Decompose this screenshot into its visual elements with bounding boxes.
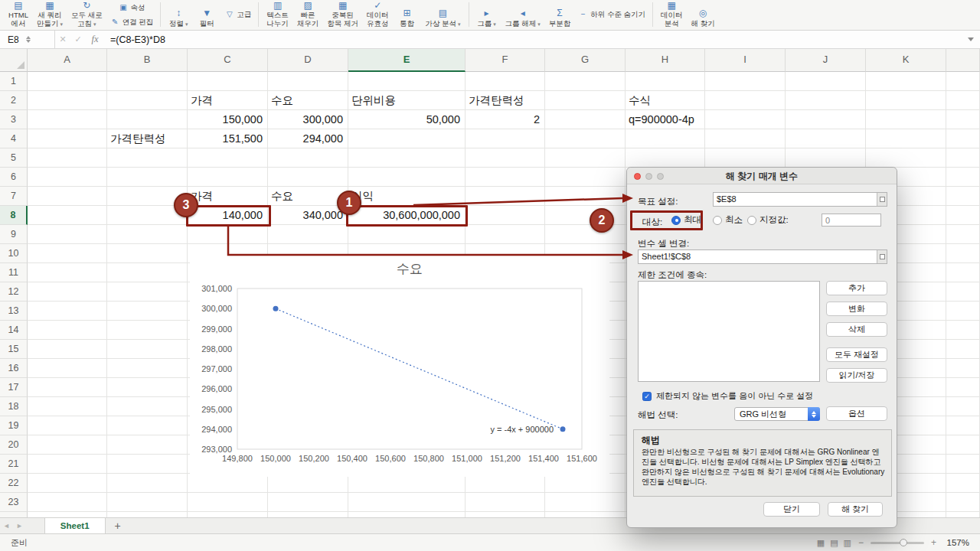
cell-A12[interactable] xyxy=(28,282,107,302)
cell-A17[interactable] xyxy=(28,378,107,397)
formula-input[interactable]: =(C8-E3)*D8 xyxy=(110,34,165,45)
cell-E1[interactable] xyxy=(348,72,466,91)
ribbon-refresh-all-button[interactable]: ↻모두 새로고침▾ xyxy=(67,0,106,28)
cell-B14[interactable] xyxy=(107,321,188,340)
cell-A22[interactable] xyxy=(28,474,107,493)
ribbon-filter-button[interactable]: ▼필터 xyxy=(193,0,220,28)
change-constraint-button[interactable]: 변화 xyxy=(826,302,887,316)
objective-input[interactable]: $E$8 xyxy=(713,192,887,207)
cell-H4[interactable] xyxy=(626,129,705,148)
column-header-J[interactable]: J xyxy=(786,49,866,72)
cell-G5[interactable] xyxy=(545,148,626,168)
radio-min[interactable]: 최소 xyxy=(713,214,743,226)
cell-D5[interactable] xyxy=(268,148,348,168)
radio-value-of[interactable]: 지정값: xyxy=(747,214,789,226)
cell-A9[interactable] xyxy=(28,225,107,244)
cell-E3[interactable]: 50,000 xyxy=(348,110,466,129)
zoom-slider-thumb[interactable] xyxy=(900,539,907,546)
ribbon-data-validation-button[interactable]: ✓데이터유효성 xyxy=(363,0,393,28)
cell-E5[interactable] xyxy=(348,148,466,168)
row-header-17[interactable]: 17 xyxy=(0,378,28,397)
cell-E4[interactable] xyxy=(348,129,466,148)
cell-D23[interactable] xyxy=(268,493,348,512)
cell-B18[interactable] xyxy=(107,397,188,416)
load-save-button[interactable]: 읽기/저장 xyxy=(826,368,887,383)
options-button[interactable]: 옵션 xyxy=(826,406,887,421)
row-header-10[interactable]: 10 xyxy=(0,244,28,263)
cell-E7[interactable]: 이익 xyxy=(348,187,466,206)
constraints-listbox[interactable] xyxy=(638,281,820,382)
cell-D9[interactable] xyxy=(268,225,348,244)
cell-C23[interactable] xyxy=(188,493,268,512)
row-header-23[interactable]: 23 xyxy=(0,493,28,512)
cell-A20[interactable] xyxy=(28,435,107,455)
cell-F24[interactable] xyxy=(466,512,545,517)
ribbon-subtotal-button[interactable]: Σ부분합 xyxy=(545,0,575,28)
zoom-in-icon[interactable]: + xyxy=(931,537,936,548)
add-sheet-icon[interactable]: + xyxy=(115,520,121,531)
data-point[interactable] xyxy=(273,306,279,311)
cell-A1[interactable] xyxy=(28,72,107,91)
cell-B5[interactable] xyxy=(107,148,188,168)
cell-B17[interactable] xyxy=(107,378,188,397)
cell-A14[interactable] xyxy=(28,321,107,340)
cell-C7[interactable]: 가격 xyxy=(188,187,268,206)
normal-view-icon[interactable]: ▦ xyxy=(817,538,825,548)
reset-all-button[interactable]: 모두 재설정 xyxy=(826,347,887,362)
cell-I4[interactable] xyxy=(705,129,786,148)
cell-K4[interactable] xyxy=(866,129,946,148)
row-header-24[interactable]: 24 xyxy=(0,512,28,517)
column-header-I[interactable]: I xyxy=(705,49,786,72)
cell-A16[interactable] xyxy=(28,359,107,378)
row-header-8[interactable]: 8 xyxy=(0,206,28,225)
cell-E6[interactable] xyxy=(348,168,466,187)
cell-B21[interactable] xyxy=(107,455,188,474)
cell-H1[interactable] xyxy=(626,72,705,91)
cell-A5[interactable] xyxy=(28,148,107,168)
cell-B6[interactable] xyxy=(107,168,188,187)
cell-F3[interactable]: 2 xyxy=(466,110,545,129)
cell-D24[interactable] xyxy=(268,512,348,517)
row-header-11[interactable]: 11 xyxy=(0,263,28,282)
cell-E9[interactable] xyxy=(348,225,466,244)
cell-B2[interactable] xyxy=(107,91,188,110)
row-header-4[interactable]: 4 xyxy=(0,129,28,148)
ribbon-solver-button[interactable]: ◎해 찾기 xyxy=(688,0,719,28)
row-header-13[interactable]: 13 xyxy=(0,302,28,321)
cell-B19[interactable] xyxy=(107,416,188,435)
row-header-6[interactable]: 6 xyxy=(0,168,28,187)
cell-A23[interactable] xyxy=(28,493,107,512)
solver-titlebar[interactable]: 해 찾기 매개 변수 xyxy=(627,168,897,184)
cell-K3[interactable] xyxy=(866,110,946,129)
cell-I3[interactable] xyxy=(705,110,786,129)
row-header-19[interactable]: 19 xyxy=(0,416,28,435)
cell-F9[interactable] xyxy=(466,225,545,244)
data-point[interactable] xyxy=(560,426,566,432)
column-header-F[interactable]: F xyxy=(466,49,545,72)
cell-A13[interactable] xyxy=(28,302,107,321)
cell-B7[interactable] xyxy=(107,187,188,206)
cell-B9[interactable] xyxy=(107,225,188,244)
column-header-H[interactable]: H xyxy=(626,49,705,72)
cell-B22[interactable] xyxy=(107,474,188,493)
row-header-21[interactable]: 21 xyxy=(0,455,28,474)
cell-F2[interactable]: 가격탄력성 xyxy=(466,91,545,110)
row-header-12[interactable]: 12 xyxy=(0,282,28,302)
insert-function-icon[interactable]: fx xyxy=(86,34,104,45)
row-header-16[interactable]: 16 xyxy=(0,359,28,378)
cell-B3[interactable] xyxy=(107,110,188,129)
enter-icon[interactable]: ✓ xyxy=(70,34,86,44)
cell-I2[interactable] xyxy=(705,91,786,110)
cell-K1[interactable] xyxy=(866,72,946,91)
ribbon-ungroup-button[interactable]: ◂그룹 해제▾ xyxy=(501,0,544,28)
cell-B24[interactable] xyxy=(107,512,188,517)
solve-button[interactable]: 해 찾기 xyxy=(828,502,883,517)
row-header-7[interactable]: 7 xyxy=(0,187,28,206)
row-header-18[interactable]: 18 xyxy=(0,397,28,416)
cell-G8[interactable] xyxy=(545,206,626,225)
cell-C6[interactable] xyxy=(188,168,268,187)
ribbon-flash-fill-button[interactable]: ▨빠른채우기 xyxy=(293,0,323,28)
nonnegative-checkbox[interactable]: ✓ 제한되지 않는 변수를 음이 아닌 수로 설정 xyxy=(642,390,813,402)
row-header-1[interactable]: 1 xyxy=(0,72,28,91)
cell-G7[interactable] xyxy=(545,187,626,206)
